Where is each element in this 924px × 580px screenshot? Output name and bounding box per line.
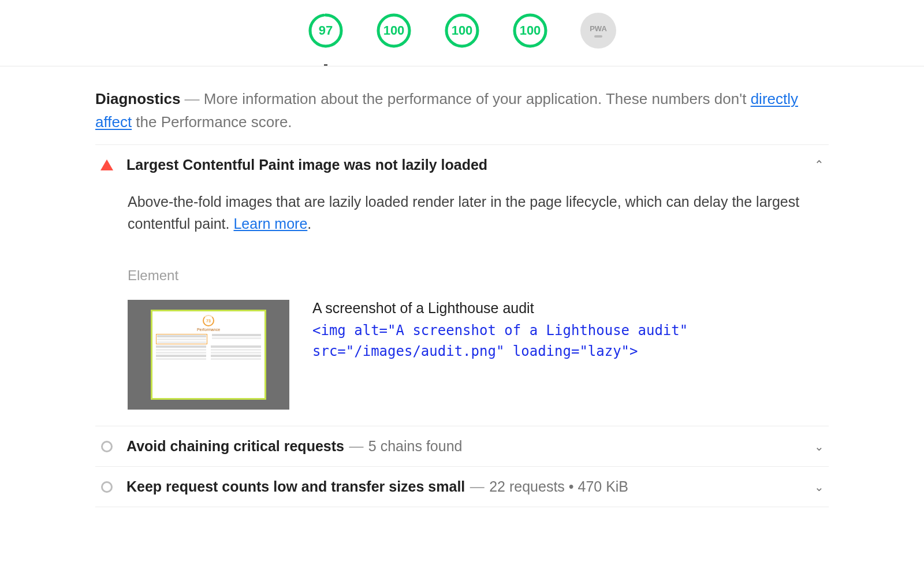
score-gauge[interactable]: 100: [512, 13, 548, 49]
element-block: 73 Performance: [128, 300, 819, 410]
thumb-gauge-icon: 73: [203, 315, 214, 326]
audit-body: Above-the-fold images that are lazily lo…: [100, 173, 824, 415]
audit-title: Avoid chaining critical requests: [126, 438, 344, 454]
score-value: 100: [520, 23, 541, 38]
audit-subtitle: 5 chains found: [368, 438, 463, 454]
score-gauge[interactable]: 100: [444, 13, 480, 49]
audit-description: Above-the-fold images that are lazily lo…: [128, 191, 819, 236]
triangle-red-icon: [100, 159, 113, 170]
chevron-up-icon: ⌃: [814, 158, 824, 172]
audit-subtitle: 22 requests • 470 KiB: [489, 478, 628, 495]
main-content: Diagnostics — More information about the…: [84, 66, 840, 507]
element-code: <img alt="A screenshot of a Lighthouse a…: [312, 320, 819, 362]
element-label: Element: [128, 267, 819, 284]
audit-critical-chains: Avoid chaining critical requests — 5 cha…: [95, 426, 829, 467]
audit-toggle[interactable]: Largest Contentful Paint image was not l…: [100, 157, 824, 173]
score-gauge-performance[interactable]: 97: [308, 13, 344, 49]
diagnostics-label: Diagnostics: [95, 90, 180, 107]
dash: —: [346, 438, 366, 454]
diagnostics-heading: Diagnostics — More information about the…: [95, 87, 829, 145]
element-caption: A screenshot of a Lighthouse audit: [312, 300, 819, 317]
pwa-bar-icon: [594, 35, 602, 38]
chevron-down-icon: ⌄: [814, 440, 824, 453]
dash: —: [468, 478, 487, 495]
pwa-badge[interactable]: PWA: [580, 13, 616, 49]
audit-toggle[interactable]: Avoid chaining critical requests — 5 cha…: [100, 438, 824, 455]
score-gauge[interactable]: 100: [376, 13, 412, 49]
audit-request-counts: Keep request counts low and transfer siz…: [95, 467, 829, 507]
dash: —: [185, 90, 200, 107]
learn-more-link[interactable]: Learn more: [233, 215, 307, 232]
active-tab-indicator: [324, 64, 327, 66]
diagnostics-desc-a: More information about the performance o…: [204, 90, 751, 107]
circle-gray-icon: [101, 441, 113, 452]
element-thumbnail: 73 Performance: [128, 300, 289, 410]
score-value: 100: [383, 23, 405, 38]
audit-title: Keep request counts low and transfer siz…: [126, 478, 465, 495]
audit-desc-a: Above-the-fold images that are lazily lo…: [128, 194, 799, 232]
score-value: 100: [452, 23, 473, 38]
audit-desc-b: .: [307, 215, 311, 232]
audit-title: Largest Contentful Paint image was not l…: [126, 157, 487, 173]
score-header: 97 100 100 100 PWA: [0, 0, 924, 66]
thumb-perf-label: Performance: [197, 328, 220, 332]
pwa-label: PWA: [590, 24, 607, 33]
audit-toggle[interactable]: Keep request counts low and transfer siz…: [100, 478, 824, 495]
circle-gray-icon: [101, 481, 113, 493]
chevron-down-icon: ⌄: [814, 480, 824, 494]
diagnostics-desc-b: the Performance score.: [132, 113, 292, 131]
score-value: 97: [319, 23, 333, 38]
audit-lcp-lazy: Largest Contentful Paint image was not l…: [95, 145, 829, 427]
